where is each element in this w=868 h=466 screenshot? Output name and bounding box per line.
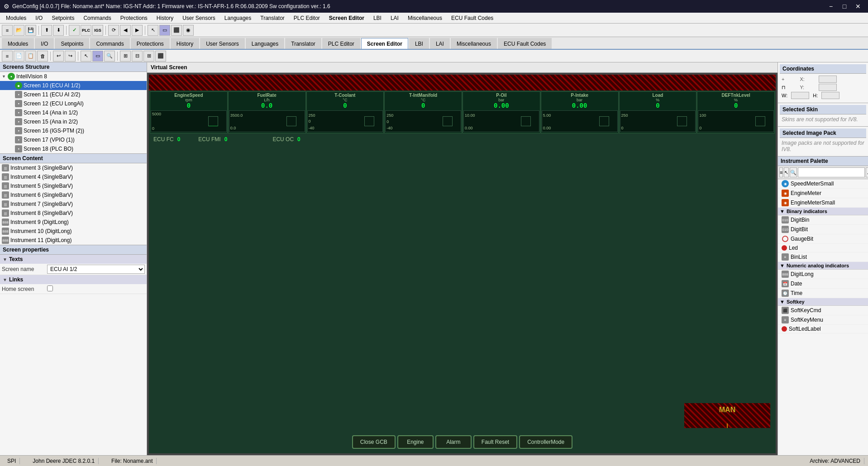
instr-poil[interactable]: P-Oil bar 0.00 10.00 0.00: [463, 91, 540, 133]
content-item-5[interactable]: ||| Instrument 5 (SingleBarV): [0, 181, 147, 190]
palette-cursor-btn[interactable]: ↖: [784, 167, 789, 177]
tree-item-screen16[interactable]: ▪ Screen 16 (IGS-PTM (2)): [0, 126, 147, 135]
toolbar-menu[interactable]: ≡: [2, 25, 13, 36]
tb2-zoom[interactable]: 🔍: [104, 51, 115, 62]
palette-softkeymenu[interactable]: ≡ SoftKeyMenu: [778, 315, 868, 325]
menu-item-lai[interactable]: LAI: [386, 13, 403, 23]
menu-item-plc-editor[interactable]: PLC Editor: [290, 13, 324, 23]
tab-lbi[interactable]: LBI: [409, 38, 429, 49]
content-item-3[interactable]: ||| Instrument 3 (SingleBarV): [0, 163, 147, 172]
tree-item-screen17[interactable]: ▪ Screen 17 (VPIO (1)): [0, 135, 147, 144]
screen-name-select[interactable]: ECU AI 1/2: [47, 265, 145, 274]
tb2-btn1[interactable]: ≡: [2, 51, 13, 62]
toolbar-check[interactable]: ✓: [69, 25, 80, 36]
menu-item-languages[interactable]: Languages: [220, 13, 255, 23]
tb2-copy[interactable]: 📋: [25, 51, 36, 62]
toolbar-back[interactable]: ◀: [120, 25, 131, 36]
palette-time[interactable]: 🕐 Time: [778, 289, 868, 298]
tree-item-screen10[interactable]: ● Screen 10 (ECU AI 1/2): [0, 81, 147, 90]
vs-btn-engine[interactable]: Engine: [397, 435, 434, 449]
softkey-category[interactable]: ▼ Softkey: [778, 298, 868, 306]
menu-item-user-sensors[interactable]: User Sensors: [178, 13, 219, 23]
tb2-snap[interactable]: ⊟: [132, 51, 143, 62]
palette-date[interactable]: 📅 Date: [778, 279, 868, 289]
tab-user-sensors[interactable]: User Sensors: [200, 38, 245, 49]
tb2-undo[interactable]: ↩: [53, 51, 64, 62]
tab-commands[interactable]: Commands: [90, 38, 129, 49]
tb2-redo[interactable]: ↪: [65, 51, 76, 62]
menu-item-i/o[interactable]: I/O: [31, 13, 47, 23]
tab-setpoints[interactable]: Setpoints: [55, 38, 89, 49]
tree-item-screen11[interactable]: ▪ Screen 11 (ECU AI 2/2): [0, 90, 147, 99]
menu-item-protections[interactable]: Protections: [116, 13, 152, 23]
tb2-select[interactable]: ↖: [81, 51, 91, 62]
palette-scroll-up[interactable]: ▲: [866, 167, 868, 177]
links-section-header[interactable]: ▼ Links: [0, 275, 147, 284]
numeric-analog-category[interactable]: ▼ Numeric analog indicators: [778, 262, 868, 270]
menu-item-miscellaneous[interactable]: Miscellaneous: [404, 13, 446, 23]
tab-translator[interactable]: Translator: [285, 38, 321, 49]
palette-digitbit[interactable]: 010 DigitBit: [778, 225, 868, 234]
menu-item-screen-editor[interactable]: Screen Editor: [325, 13, 368, 23]
palette-binlist[interactable]: ≡ BinList: [778, 252, 868, 262]
menu-item-history[interactable]: History: [153, 13, 177, 23]
tree-item-screen12[interactable]: ▪ Screen 12 (ECU LongAI): [0, 99, 147, 108]
tb2-delete[interactable]: 🗑: [37, 51, 48, 62]
palette-softledlabel[interactable]: SoftLedLabel: [778, 325, 868, 333]
menu-item-modules[interactable]: Modules: [2, 13, 30, 23]
tb2-stop[interactable]: ⬛: [155, 51, 166, 62]
tab-ecu-fault-codes[interactable]: ECU Fault Codes: [498, 38, 552, 49]
maximize-button[interactable]: □: [838, 0, 851, 13]
tab-history[interactable]: History: [171, 38, 199, 49]
tb2-align[interactable]: ⊞: [120, 51, 131, 62]
x-input[interactable]: [819, 76, 837, 83]
palette-digitbin[interactable]: 010 DigitBin: [778, 215, 868, 225]
menu-item-setpoints[interactable]: Setpoints: [48, 13, 78, 23]
instr-load[interactable]: Load % 0 250 0: [619, 91, 697, 133]
screen-content-scroll[interactable]: ||| Instrument 3 (SingleBarV) ||| Instru…: [0, 163, 147, 245]
instr-tcoolant[interactable]: T-Coolant °C 0 250 0 -40: [306, 91, 384, 133]
toolbar-stop[interactable]: ⬛: [171, 25, 182, 36]
instr-pintake[interactable]: P-Intake bar 0.00 5.00 0.00: [541, 91, 619, 133]
tree-item-screen15[interactable]: ▪ Screen 15 (Ana in 2/2): [0, 117, 147, 126]
screen-structure-scroll[interactable]: ▼ • InteliVision 8 ● Screen 10 (ECU AI 1…: [0, 72, 147, 153]
tab-miscellaneous[interactable]: Miscellaneous: [451, 38, 497, 49]
palette-engine-meter[interactable]: ◉ EngineMeter: [778, 189, 868, 198]
content-item-4[interactable]: ||| Instrument 4 (SingleBarV): [0, 172, 147, 181]
home-screen-checkbox[interactable]: [47, 285, 53, 291]
palette-view-btn[interactable]: ≡: [779, 167, 783, 177]
palette-speedmeter-small[interactable]: ◉ SpeedMeterSmall: [778, 179, 868, 189]
screen-name-value[interactable]: ECU AI 1/2: [47, 265, 145, 274]
menu-item-lbi[interactable]: LBI: [369, 13, 386, 23]
tab-languages[interactable]: Languages: [246, 38, 284, 49]
vs-btn-alarm[interactable]: Alarm: [435, 435, 472, 449]
toolbar-plc[interactable]: PLC: [81, 25, 91, 36]
palette-digitlong[interactable]: 888 DigitLong: [778, 270, 868, 279]
toolbar-refresh[interactable]: ⟳: [108, 25, 119, 36]
toolbar-save[interactable]: 💾: [25, 25, 36, 36]
y-input[interactable]: [819, 84, 837, 91]
palette-gaugebit[interactable]: GaugeBit: [778, 234, 868, 244]
palette-engine-meter-small[interactable]: ◉ EngineMeterSmall: [778, 198, 868, 208]
content-item-7[interactable]: ||| Instrument 7 (SingleBarV): [0, 200, 147, 209]
toolbar-igs[interactable]: IGS: [92, 25, 103, 36]
h-input[interactable]: [821, 92, 839, 99]
palette-led[interactable]: Led: [778, 244, 868, 252]
toolbar-open[interactable]: 📂: [14, 25, 24, 36]
tab-plc-editor[interactable]: PLC Editor: [322, 38, 360, 49]
tb2-grid[interactable]: ⊞: [143, 51, 154, 62]
w-input[interactable]: [791, 92, 809, 99]
binary-indicators-category[interactable]: ▼ Binary indicators: [778, 208, 868, 215]
tab-screen-editor[interactable]: Screen Editor: [361, 38, 408, 49]
vs-btn-fault-reset[interactable]: Fault Reset: [473, 435, 517, 449]
tree-root[interactable]: ▼ • InteliVision 8: [0, 72, 147, 81]
menu-item-translator[interactable]: Translator: [256, 13, 289, 23]
content-item-8[interactable]: ||| Instrument 8 (SingleBarV): [0, 209, 147, 218]
content-item-10[interactable]: 888 Instrument 10 (DigitLong): [0, 227, 147, 236]
toolbar-cursor[interactable]: ↖: [148, 25, 158, 36]
palette-search-btn[interactable]: 🔍: [790, 167, 797, 177]
tb2-rect-sel[interactable]: ▭: [92, 51, 103, 62]
tab-modules[interactable]: Modules: [2, 38, 34, 49]
vs-btn-controller-mode[interactable]: ControllerMode: [519, 435, 572, 449]
tree-item-screen14[interactable]: ▪ Screen 14 (Ana in 1/2): [0, 108, 147, 117]
